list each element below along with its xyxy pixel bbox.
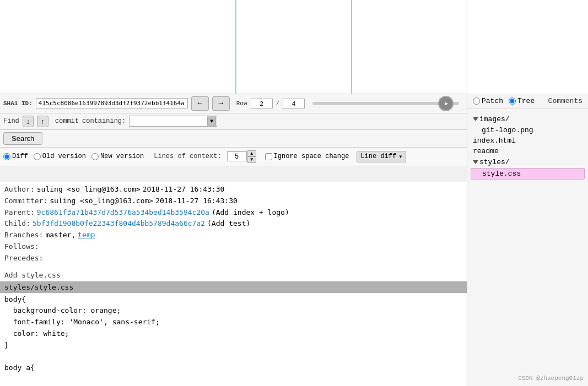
comments-label: Comments <box>548 97 582 105</box>
child-desc: (Add test) <box>207 218 250 230</box>
tree-item-index-html[interactable]: index.html <box>471 135 585 146</box>
context-down-button[interactable]: ▼ <box>247 156 256 163</box>
sha1-label: SHA1 ID: <box>3 100 33 107</box>
right-panel-header: Patch Tree Comments <box>467 94 588 109</box>
tree-folder-styles[interactable]: styles/ <box>471 156 585 168</box>
containing-label: containing: <box>82 117 126 125</box>
author-value: suling <so_ling@163.com> <box>37 184 141 195</box>
new-version-radio-group[interactable]: New version <box>91 153 144 160</box>
top-blank-area <box>0 0 588 94</box>
ignore-space-label[interactable]: Ignore space change <box>265 153 349 160</box>
main-content: Author: suling <so_ling@163.com> 2018-11… <box>0 182 467 386</box>
old-version-radio-group[interactable]: Old version <box>34 153 86 160</box>
patch-tree-group: Patch Tree <box>473 97 535 105</box>
precedes-line: Precedes: <box>4 253 462 264</box>
parent-key: Parent: <box>4 207 35 219</box>
parent-hash-link[interactable]: 9c6861f3a71b437d7d5376a534bed14b3594c20a <box>37 207 209 219</box>
diff-radio[interactable] <box>3 153 10 160</box>
containing-select-wrapper: ▼ <box>129 116 217 127</box>
committer-value: suling <so_ling@163.com> <box>50 195 153 207</box>
sha1-input[interactable] <box>36 98 188 108</box>
commit-label: commit <box>55 117 79 125</box>
child-key: Child: <box>4 218 30 230</box>
code-line-5: } <box>4 340 462 351</box>
tree-item-readme[interactable]: readme <box>471 146 585 156</box>
tree-item-git-logo[interactable]: git-logo.png <box>471 125 585 135</box>
code-line-3: font-family: 'Monaco', sans-serif; <box>4 317 462 328</box>
old-version-radio[interactable] <box>34 153 41 160</box>
back-button[interactable]: ← <box>191 96 209 111</box>
branches-tag-link[interactable]: temp <box>78 230 95 241</box>
style-css-label: style.css <box>482 170 521 178</box>
top-blank-cols <box>235 0 467 94</box>
new-version-label: New version <box>100 153 144 160</box>
context-input[interactable] <box>227 151 247 161</box>
new-version-radio[interactable] <box>91 153 99 160</box>
folder-expand-icon <box>473 117 478 121</box>
child-line: Child: 5bf3fd1900b0fe22343f804d4bb5789d4… <box>4 218 462 230</box>
branches-key: Branches: <box>4 230 43 241</box>
ignore-space-text: Ignore space change <box>274 153 349 160</box>
context-up-button[interactable]: ▲ <box>247 150 256 157</box>
context-spinner: ▲ ▼ <box>227 150 256 163</box>
patch-label: Patch <box>482 97 503 105</box>
author-key: Author: <box>4 184 35 195</box>
readme-label: readme <box>473 147 499 155</box>
top-blank-col-1 <box>235 0 351 94</box>
committer-date: 2018-11-27 16:43:30 <box>155 195 238 207</box>
tree-radio[interactable] <box>509 97 516 105</box>
find-label: Find <box>3 117 19 125</box>
author-date: 2018-11-27 16:43:30 <box>143 184 225 195</box>
options-row: Diff Old version New version Lines of co… <box>0 148 467 166</box>
linediff-arrow-icon: ▾ <box>398 153 402 161</box>
slider-track[interactable] <box>312 102 459 105</box>
diff-radio-group[interactable]: Diff <box>3 153 28 160</box>
parent-desc: (Add index + logo) <box>212 207 289 219</box>
ignore-space-checkbox[interactable] <box>265 153 272 160</box>
row-total-input[interactable] <box>283 99 305 108</box>
precedes-key: Precedes: <box>4 253 43 264</box>
code-line-6 <box>4 351 462 363</box>
forward-button[interactable]: → <box>212 96 230 111</box>
patch-radio-option[interactable]: Patch <box>473 97 503 105</box>
containing-input[interactable] <box>129 116 217 127</box>
slider-container <box>312 102 459 105</box>
diff-label: Diff <box>12 153 28 160</box>
play-button[interactable] <box>438 96 454 111</box>
tree-radio-option[interactable]: Tree <box>509 97 535 105</box>
row-label: Row <box>236 100 247 107</box>
find-down-button[interactable]: ↓ <box>23 116 34 127</box>
linediff-label: Line diff <box>360 153 396 160</box>
styles-folder-label: styles/ <box>479 158 510 166</box>
index-html-label: index.html <box>473 137 516 145</box>
committer-line: Committer: suling <so_ling@163.com> 2018… <box>4 195 462 207</box>
top-blank-left <box>0 0 235 94</box>
watermark: CSDN @zhaopeng01zp <box>518 375 584 382</box>
search-row: Search <box>0 130 467 148</box>
follows-line: Follows: <box>4 241 462 253</box>
context-label: Lines of context: <box>154 153 221 160</box>
linediff-button[interactable]: Line diff ▾ <box>357 151 406 162</box>
row-separator: / <box>276 100 280 107</box>
right-panel: Patch Tree Comments images/ git-logo.png <box>467 94 588 386</box>
code-line-4: color: white; <box>4 328 462 340</box>
images-folder-label: images/ <box>479 115 510 123</box>
tree-folder-images[interactable]: images/ <box>471 113 585 125</box>
toolbar-area: SHA1 ID: ← → Row / Find ↓ ↑ commit conta… <box>0 94 467 166</box>
child-hash-link[interactable]: 5bf3fd1900b0fe22343f804d4bb5789d4a66c7a2 <box>33 218 205 230</box>
code-line-7: body a{ <box>4 362 462 374</box>
find-row: Find ↓ ↑ commit containing: ▼ <box>0 113 467 130</box>
git-logo-label: git-logo.png <box>482 126 533 134</box>
tree-item-style-css[interactable]: style.css <box>471 168 585 180</box>
old-version-label: Old version <box>42 153 86 160</box>
row-value-input[interactable] <box>251 99 273 108</box>
top-right-blank <box>467 0 588 94</box>
meta-section: Author: suling <so_ling@163.com> 2018-11… <box>0 182 467 267</box>
find-up-button[interactable]: ↑ <box>37 116 48 127</box>
search-button[interactable]: Search <box>3 132 42 145</box>
patch-radio[interactable] <box>473 97 480 105</box>
author-line: Author: suling <so_ling@163.com> 2018-11… <box>4 184 462 195</box>
follows-key: Follows: <box>4 241 39 253</box>
file-header: styles/style.css <box>0 281 467 293</box>
styles-folder-expand-icon <box>473 160 478 164</box>
